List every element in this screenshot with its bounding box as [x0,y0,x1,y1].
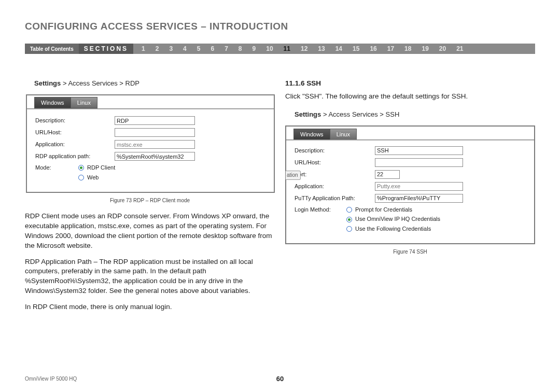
input-putty-path[interactable] [375,194,463,203]
nav-section-21[interactable]: 21 [451,45,468,52]
figure-caption-74: Figure 74 SSH [285,248,535,256]
label-ssh-urlhost: URL/Host: [289,159,375,166]
input-ssh-application[interactable] [375,182,463,191]
breadcrumb-settings: Settings [34,79,61,87]
radio-label-rdp-client: RDP Client [87,164,115,172]
input-ssh-description[interactable] [375,146,463,155]
radio-web[interactable] [78,175,84,180]
sections-label: SECTIONS [79,44,133,54]
section-nav: Table of Contents SECTIONS 1234567891011… [25,44,535,54]
tab-linux-ssh[interactable]: Linux [330,129,356,139]
radio-omniview-cred[interactable] [346,217,352,222]
nav-section-13[interactable]: 13 [313,45,330,52]
para-rdp-3: In RDP Client mode, there is only manual… [25,302,273,312]
radio-label-prompt: Prompt for Credentials [355,206,412,214]
radio-label-following: Use the Following Credentials [355,225,431,233]
label-mode: Mode: [34,164,78,172]
input-rdp-path[interactable] [115,152,195,161]
nav-section-1[interactable]: 1 [136,45,150,52]
nav-section-15[interactable]: 15 [347,45,365,52]
breadcrumb-rest-ssh: > Access Services > SSH [321,110,399,118]
nav-section-18[interactable]: 18 [399,45,416,52]
tab-fragment: ation [286,171,301,180]
nav-section-5[interactable]: 5 [192,45,206,52]
nav-section-17[interactable]: 17 [382,45,399,52]
breadcrumb-rdp: Settings > Access Services > RDP [34,79,275,88]
radio-label-omniview: Use OmniView IP HQ Credentials [355,215,440,223]
nav-section-6[interactable]: 6 [205,45,219,52]
nav-section-10[interactable]: 10 [261,45,278,52]
input-application[interactable] [115,140,195,149]
tab-windows[interactable]: Windows [35,97,71,108]
tab-linux[interactable]: Linux [71,97,97,108]
os-tabs-ssh: Windows Linux [293,129,357,140]
rdp-panel: Windows Linux Description: URL/Host: App… [26,94,275,193]
radio-rdp-client[interactable] [78,165,84,171]
input-description[interactable] [115,116,195,125]
right-column: 11.1.6 SSH Click "SSH". The following ar… [285,79,535,318]
input-ssh-port[interactable] [375,170,400,179]
nav-section-20[interactable]: 20 [434,45,451,52]
left-column: Settings > Access Services > RDP Windows… [25,79,275,318]
footer: OmniView IP 5000 HQ 60 [25,376,535,382]
nav-section-11[interactable]: 11 [278,45,296,52]
label-description: Description: [34,117,115,124]
breadcrumb-rest: > Access Services > RDP [61,79,139,87]
breadcrumb-settings-ssh: Settings [295,110,321,118]
label-ssh-port: Port: [289,171,375,178]
page-title: CONFIGURING ACCESS SERVICES – INTRODUCTI… [25,21,535,32]
input-urlhost[interactable] [115,128,195,137]
nav-section-8[interactable]: 8 [233,45,247,52]
label-login-method: Login Method: [289,206,346,214]
nav-section-19[interactable]: 19 [416,45,433,52]
radio-following-cred[interactable] [346,226,352,232]
para-rdp-1: RDP Client mode uses an RDP console serv… [25,212,273,251]
label-ssh-application: Application: [289,183,375,190]
radio-label-web: Web [87,174,99,181]
nav-section-4[interactable]: 4 [178,45,192,52]
nav-section-3[interactable]: 3 [164,45,178,52]
label-urlhost: URL/Host: [34,129,115,136]
ssh-heading: 11.1.6 SSH [285,79,535,89]
breadcrumb-ssh: Settings > Access Services > SSH [295,110,535,119]
label-rdp-path: RDP application path: [34,152,115,160]
nav-section-9[interactable]: 9 [247,45,261,52]
toc-link[interactable]: Table of Contents [25,44,79,54]
footer-page-number: 60 [276,375,284,383]
ssh-panel: Windows Linux ation Description: URL/Hos… [285,125,535,244]
label-ssh-description: Description: [289,147,375,155]
footer-product: OmniView IP 5000 HQ [25,376,77,382]
nav-section-14[interactable]: 14 [330,45,347,52]
nav-section-16[interactable]: 16 [365,45,382,52]
para-rdp-2: RDP Application Path – The RDP applicati… [25,257,273,297]
label-putty-path: PuTTy Application Path: [289,194,375,202]
nav-section-7[interactable]: 7 [219,45,233,52]
ssh-intro: Click "SSH". The following are the defau… [285,92,535,102]
os-tabs: Windows Linux [34,97,97,108]
figure-caption-73: Figure 73 RDP – RDP Client mode [25,197,275,204]
label-application: Application: [34,141,115,148]
nav-section-2[interactable]: 2 [150,45,164,52]
tab-windows-ssh[interactable]: Windows [294,129,330,139]
input-ssh-urlhost[interactable] [375,158,463,167]
nav-section-12[interactable]: 12 [296,45,313,52]
radio-prompt-cred[interactable] [346,207,352,213]
